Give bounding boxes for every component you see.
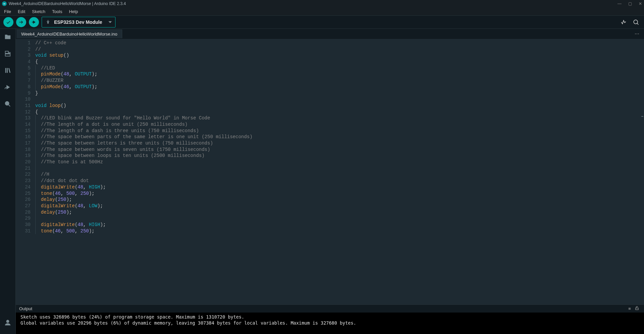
verify-button[interactable] — [3, 17, 13, 27]
toolbar: ESP32S3 Dev Module — [0, 15, 644, 29]
svg-point-2 — [5, 102, 9, 105]
editor-tabbar: Week4_ArduinoIDEBarduinoHelloWorldMorse.… — [16, 29, 644, 39]
serial-monitor-button[interactable] — [631, 17, 641, 27]
debug-sidebar-icon[interactable] — [3, 82, 12, 92]
close-button[interactable]: ✕ — [639, 1, 642, 6]
maximize-button[interactable]: ▢ — [628, 1, 632, 6]
usb-icon — [45, 19, 51, 25]
output-panel[interactable]: Sketch uses 326896 bytes (24%) of progra… — [16, 313, 644, 334]
output-panel-header: Output ≡ — [16, 304, 644, 313]
menu-sketch[interactable]: Sketch — [29, 8, 48, 15]
chevron-down-icon — [108, 21, 112, 23]
menu-help[interactable]: Help — [66, 8, 81, 15]
sketchbook-icon[interactable] — [3, 32, 12, 42]
editor-tab[interactable]: Week4_ArduinoIDEBarduinoHelloWorldMorse.… — [16, 30, 122, 38]
board-name: ESP32S3 Dev Module — [54, 19, 102, 25]
library-manager-icon[interactable] — [3, 66, 12, 75]
titlebar: ∞ Week4_ArduinoIDEBarduinoHelloWorldMors… — [0, 0, 644, 7]
activity-bar — [0, 29, 16, 334]
menubar: File Edit Sketch Tools Help — [0, 7, 644, 15]
menu-edit[interactable]: Edit — [15, 8, 28, 15]
svg-point-0 — [32, 22, 33, 23]
board-selector[interactable]: ESP32S3 Dev Module — [42, 17, 116, 27]
account-icon[interactable] — [3, 318, 12, 327]
serial-plotter-button[interactable] — [619, 17, 629, 27]
svg-point-3 — [6, 320, 9, 323]
output-options-icon[interactable]: ≡ — [626, 306, 633, 311]
code-content[interactable]: // C++ code//void setup(){ //LED pinMode… — [33, 39, 644, 304]
board-manager-icon[interactable] — [3, 49, 12, 58]
search-icon[interactable] — [3, 99, 12, 109]
menu-tools[interactable]: Tools — [49, 8, 65, 15]
upload-button[interactable] — [16, 17, 26, 27]
minimap[interactable] — [641, 39, 643, 304]
svg-rect-4 — [636, 308, 638, 310]
tab-overflow-button[interactable]: ⋯ — [631, 31, 644, 37]
minimize-button[interactable]: — — [617, 1, 622, 6]
window-title: Week4_ArduinoIDEBarduinoHelloWorldMorse … — [9, 1, 617, 6]
code-editor[interactable]: 1234567891011121314151617181920212223242… — [16, 39, 644, 304]
debug-button[interactable] — [29, 17, 39, 27]
output-lock-icon[interactable] — [633, 306, 641, 312]
app-logo-icon: ∞ — [2, 1, 7, 6]
line-gutter: 1234567891011121314151617181920212223242… — [16, 39, 33, 304]
output-panel-title: Output — [19, 306, 32, 311]
menu-file[interactable]: File — [1, 8, 14, 15]
svg-point-1 — [634, 20, 638, 24]
